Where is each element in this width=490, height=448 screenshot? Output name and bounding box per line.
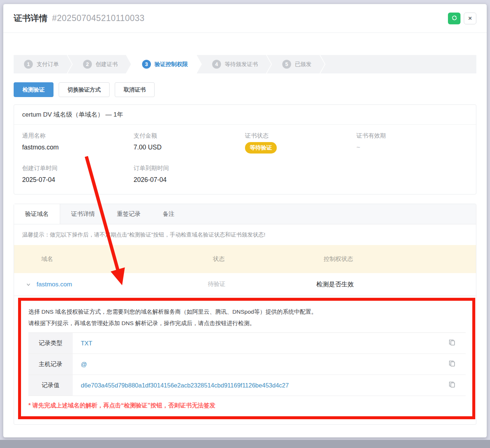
- product-name: certum DV 域名级（单域名） — 1年: [14, 105, 476, 125]
- dns-verify-panel-highlighted: 选择 DNS 域名授权验证方式，您需要到您的域名解析服务商（如阿里云、腾讯、DN…: [18, 298, 475, 419]
- record-label: 主机记录: [28, 354, 73, 375]
- copy-icon: [448, 338, 456, 348]
- step-number: 2: [83, 60, 92, 69]
- field-label: 支付金额: [134, 132, 245, 140]
- step-label: 验证控制权限: [155, 61, 188, 68]
- refresh-button[interactable]: [448, 13, 460, 24]
- tab-remarks[interactable]: 备注: [152, 204, 186, 224]
- step-verify-control: 3 验证控制权限: [127, 55, 201, 73]
- field-create-time: 创建订单时间 2025-07-04: [22, 165, 134, 184]
- copy-icon: [448, 359, 456, 369]
- dns-instructions: 选择 DNS 域名授权验证方式，您需要到您的域名解析服务商（如阿里云、腾讯、DN…: [28, 306, 466, 329]
- switch-method-button[interactable]: 切换验证方式: [59, 82, 110, 97]
- step-issued: 5 已颁发: [267, 55, 325, 73]
- step-number: 5: [282, 60, 291, 69]
- field-label: 证书有效期: [356, 132, 468, 140]
- step-wait-issue: 4 等待颁发证书: [197, 55, 271, 73]
- step-number: 3: [142, 60, 151, 69]
- col-status: 状态: [186, 255, 296, 263]
- table-row: fastmos.com 待验证 检测是否生效: [14, 273, 476, 296]
- dialog-header: 证书详情 #202507045210110033 ×: [3, 4, 487, 33]
- step-bar-filler: [320, 55, 476, 73]
- friendly-tip: 温馨提示：做完以下操作后，请不定期点击“检测验证”按钮，手动检查域名验证状态和证…: [14, 224, 476, 245]
- tab-verify-domain[interactable]: 验证域名: [14, 204, 60, 224]
- status-badge: 等待验证: [245, 142, 277, 154]
- step-number: 4: [212, 60, 221, 69]
- step-pay-order: 1 支付订单: [14, 55, 72, 73]
- step-label: 支付订单: [37, 61, 59, 68]
- close-icon: ×: [468, 15, 472, 21]
- order-info-card: certum DV 域名级（单域名） — 1年 通用名称 fastmos.com…: [14, 104, 476, 194]
- step-label: 创建证书: [96, 61, 118, 68]
- certificate-detail-dialog: 证书详情 #202507045210110033 ×: [3, 4, 487, 438]
- field-cert-status: 证书状态 等待验证: [245, 132, 356, 154]
- copy-icon: [448, 380, 456, 390]
- col-domain: 域名: [14, 255, 186, 263]
- record-label: 记录值: [28, 375, 73, 396]
- dns-warning-text: * 请先完成上述域名的解析，再点击“检测验证”按钮，否则证书无法签发: [28, 402, 466, 410]
- detail-tabs-card: 验证域名 证书详情 重签记录 备注 温馨提示：做完以下操作后，请不定期点击“检测…: [14, 204, 476, 425]
- dns-instruction-line2: 请根据下列提示，再域名管理处添加 DNS 解析记录，操作完成后，请点击按钮进行检…: [28, 317, 466, 329]
- background-bottom-strip: [0, 440, 490, 448]
- step-label: 等待颁发证书: [225, 61, 258, 68]
- field-value: 7.00 USD: [134, 144, 245, 151]
- copy-record-value-button[interactable]: [443, 375, 466, 396]
- step-label: 已颁发: [295, 61, 311, 68]
- dns-instruction-line1: 选择 DNS 域名授权验证方式，您需要到您的域名解析服务商（如阿里云、腾讯、DN…: [28, 306, 466, 317]
- tab-bar: 验证域名 证书详情 重签记录 备注: [14, 204, 476, 224]
- order-fields: 通用名称 fastmos.com 支付金额 7.00 USD 证书状态 等待验证…: [14, 125, 476, 194]
- record-value: @: [73, 354, 443, 375]
- field-cert-validity: 证书有效期 ~: [356, 132, 468, 154]
- field-label: 证书状态: [245, 132, 356, 140]
- tab-cert-detail[interactable]: 证书详情: [60, 204, 106, 224]
- order-id: #202507045210110033: [52, 13, 145, 23]
- record-value: d6e703a455d79b880a1df3014156e2acb2328514…: [73, 375, 443, 396]
- host-record-row: 主机记录 @: [28, 354, 466, 375]
- copy-host-record-button[interactable]: [443, 354, 466, 375]
- record-value-row: 记录值 d6e703a455d79b880a1df3014156e2acb232…: [28, 375, 466, 396]
- domain-status: 待验证: [186, 280, 296, 288]
- record-type-row: 记录类型 TXT: [28, 333, 466, 354]
- field-value: ~: [356, 144, 468, 151]
- page-title: 证书详情: [14, 13, 48, 24]
- close-button[interactable]: ×: [464, 13, 476, 24]
- field-expire-time: 订单到期时间 2026-07-04: [134, 165, 245, 184]
- domain-link[interactable]: fastmos.com: [37, 281, 72, 288]
- record-value: TXT: [73, 333, 443, 354]
- progress-steps: 1 支付订单 2 创建证书 3 验证控制权限 4 等待颁发证书 5 已颁发: [14, 55, 476, 73]
- chevron-down-icon[interactable]: [26, 282, 31, 287]
- control-status-link[interactable]: 检测是否生效: [296, 280, 476, 289]
- field-label: 创建订单时间: [22, 165, 134, 172]
- refresh-icon: [451, 15, 458, 22]
- field-pay-amount: 支付金额 7.00 USD: [134, 132, 245, 154]
- col-control-status: 控制权状态: [296, 255, 476, 263]
- field-common-name: 通用名称 fastmos.com: [22, 132, 134, 154]
- domain-table-header: 域名 状态 控制权状态: [14, 245, 476, 273]
- check-verify-button[interactable]: 检测验证: [14, 82, 54, 97]
- field-label: 订单到期时间: [134, 165, 245, 172]
- step-number: 1: [24, 60, 33, 69]
- field-label: 通用名称: [22, 132, 134, 140]
- cancel-cert-button[interactable]: 取消证书: [115, 82, 155, 97]
- toolbar: 检测验证 切换验证方式 取消证书: [14, 82, 476, 97]
- field-value: 2026-07-04: [134, 176, 245, 184]
- copy-record-type-button[interactable]: [443, 333, 466, 354]
- step-create-cert: 2 创建证书: [68, 55, 131, 73]
- record-label: 记录类型: [28, 333, 73, 354]
- field-value: fastmos.com: [22, 144, 134, 151]
- field-value: 2025-07-04: [22, 176, 134, 184]
- tab-reissue-records[interactable]: 重签记录: [106, 204, 152, 224]
- header-actions: ×: [448, 13, 476, 24]
